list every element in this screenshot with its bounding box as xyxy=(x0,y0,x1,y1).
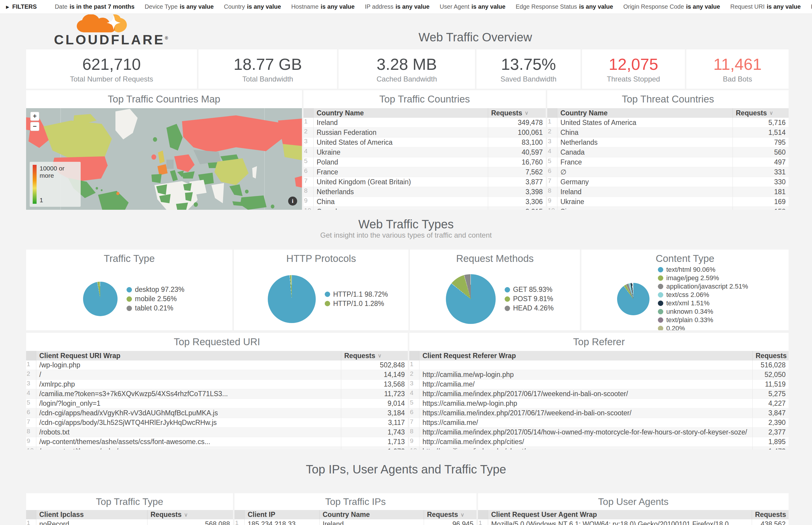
table-cell[interactable]: 40,597 xyxy=(488,147,546,157)
table-cell[interactable]: Germany xyxy=(558,177,733,187)
table-cell[interactable] xyxy=(419,360,752,370)
stat-bad-bots[interactable]: 11,461 Bad Bots xyxy=(686,49,788,89)
table-cell[interactable]: https://camilia.me/wp-login.php xyxy=(419,399,752,408)
table-cell[interactable]: /login/?login_only=1 xyxy=(36,399,341,408)
column-header-country[interactable]: Country Name xyxy=(319,510,424,519)
table-cell[interactable]: 5,716 xyxy=(733,118,788,127)
table-cell[interactable]: https://camilia.me/index.php/2017/06/17/… xyxy=(419,408,752,418)
table-cell[interactable]: /cdn-cgi/apps/body/3Lh52SjWTQ4HRlErJykHq… xyxy=(36,418,341,427)
table-cell[interactable]: 1,514 xyxy=(733,127,788,137)
table-cell[interactable]: /robots.txt xyxy=(36,427,341,437)
table-cell[interactable]: 2,390 xyxy=(752,418,788,427)
table-cell[interactable]: 4,227 xyxy=(752,399,788,408)
table-cell[interactable]: 185.234.218.33 xyxy=(245,519,319,525)
table-cell[interactable]: http://camilia.me/wp-login.php xyxy=(419,370,752,379)
filter-item-ip-address[interactable]: IP addressis any value xyxy=(365,3,430,10)
legend-item[interactable]: application/javascript 2.51% xyxy=(658,283,748,290)
legend-item[interactable]: text/plain 0.33% xyxy=(658,316,748,324)
table-cell[interactable]: Ukraine xyxy=(314,147,488,157)
table-cell[interactable]: http://camilia.me/index.php/about/ xyxy=(419,447,752,449)
table-cell[interactable]: Singapore xyxy=(558,207,733,210)
filter-item-request-uri[interactable]: Request URIis any value xyxy=(730,3,801,10)
table-cell[interactable]: France xyxy=(558,157,733,167)
table-cell[interactable]: 330 xyxy=(733,177,788,187)
table-cell[interactable]: Ukraine xyxy=(558,197,733,207)
map-zoom-out-button[interactable]: − xyxy=(30,122,39,131)
table-cell[interactable]: http://camilia.me/index.php/2017/05/14/h… xyxy=(419,427,752,437)
table-cell[interactable]: 1,743 xyxy=(341,427,408,437)
table-cell[interactable]: http://camilia.me/ xyxy=(419,380,752,389)
table-cell[interactable]: China xyxy=(558,127,733,137)
table-cell[interactable]: http://camilia.me/index.php/cities/ xyxy=(419,437,752,447)
table-cell[interactable]: 11,723 xyxy=(341,389,408,399)
table-cell[interactable]: 2,377 xyxy=(752,427,788,437)
legend-item[interactable]: text/xml 1.51% xyxy=(658,299,748,307)
table-cell[interactable]: 3,306 xyxy=(488,197,546,207)
column-header-requests[interactable]: Requests∨ xyxy=(147,510,233,519)
table-cell[interactable]: http://camilia.me/index.php/2017/06/17/w… xyxy=(419,389,752,399)
legend-item[interactable]: HTTP/1.1 98.72% xyxy=(325,290,388,298)
filter-item-hostname[interactable]: Hostnameis any value xyxy=(291,3,355,10)
legend-item[interactable]: 0.20% xyxy=(658,325,748,331)
filter-item-rayid[interactable]: RayIDis any value xyxy=(811,3,812,10)
column-header-requests[interactable]: Requests∨ xyxy=(424,510,476,519)
legend-item[interactable]: image/jpeg 2.59% xyxy=(658,274,748,282)
table-cell[interactable]: ∅ xyxy=(558,167,733,177)
table-cell[interactable]: 158 xyxy=(733,207,788,210)
stat-total-requests[interactable]: 621,710 Total Number of Requests xyxy=(26,49,197,89)
column-header-requests[interactable]: Requests∨ xyxy=(488,108,546,118)
table-cell[interactable]: United Kingdom (Great Britain) xyxy=(314,177,488,187)
table-cell[interactable]: 7,562 xyxy=(488,167,546,177)
filter-item-device-type[interactable]: Device Typeis any value xyxy=(145,3,214,10)
table-cell[interactable]: 438,562 xyxy=(752,519,788,525)
column-header-user-agent[interactable]: Client Request User Agent Wrap xyxy=(488,510,752,519)
table-cell[interactable]: 5,275 xyxy=(752,389,788,399)
table-cell[interactable]: 3,877 xyxy=(488,177,546,187)
table-cell[interactable]: Poland xyxy=(314,157,488,167)
map-info-button[interactable]: i xyxy=(288,197,297,206)
table-cell[interactable]: /wp-content/themes/ashe/assets/css/font-… xyxy=(36,437,341,447)
stat-cached-bandwidth[interactable]: 3.28 MB Cached Bandwidth xyxy=(339,49,475,89)
filter-item-country[interactable]: Countryis any value xyxy=(224,3,281,10)
legend-item[interactable]: text/css 2.06% xyxy=(658,291,748,299)
table-cell[interactable]: /cdn-cgi/apps/head/xVgyKhR-vV3dAUGhMqfBc… xyxy=(36,408,341,418)
table-cell[interactable]: 3,847 xyxy=(752,408,788,418)
table-cell[interactable]: 568,088 xyxy=(147,519,233,525)
table-cell[interactable]: Mozilla/5.0 (Windows NT 6.1; WOW64; rv:1… xyxy=(488,519,752,525)
table-cell[interactable]: 9,014 xyxy=(341,399,408,408)
table-cell[interactable]: 3,117 xyxy=(341,418,408,427)
table-cell[interactable]: 560 xyxy=(733,147,788,157)
table-cell[interactable]: 3,398 xyxy=(488,187,546,197)
table-cell[interactable]: / xyxy=(36,370,341,379)
filter-item-date[interactable]: Dateis in the past 7 months xyxy=(55,3,135,10)
table-cell[interactable]: 516,028 xyxy=(752,360,788,370)
legend-item[interactable]: GET 85.93% xyxy=(505,286,554,294)
stat-threats-stopped[interactable]: 12,075 Threats Stopped xyxy=(582,49,685,89)
table-cell[interactable]: 11,519 xyxy=(752,380,788,389)
table-cell[interactable]: Canada xyxy=(558,147,733,157)
table-cell[interactable]: United States of America xyxy=(558,118,733,127)
http-protocols-pie-chart[interactable] xyxy=(268,275,316,323)
filter-item-origin-response-code[interactable]: Origin Response Codeis any value xyxy=(623,3,720,10)
table-cell[interactable]: Russian Federation xyxy=(314,127,488,137)
column-header-requests[interactable]: Requests∨ xyxy=(733,108,788,118)
table-cell[interactable]: Netherlands xyxy=(314,187,488,197)
column-header-uri[interactable]: Client Request URI Wrap xyxy=(36,351,341,360)
table-cell[interactable]: 52,050 xyxy=(752,370,788,379)
table-cell[interactable]: 96,945 xyxy=(424,519,476,525)
request-methods-pie-chart[interactable] xyxy=(446,274,496,324)
table-cell[interactable]: 16,760 xyxy=(488,157,546,167)
table-cell[interactable]: https://camilia.me/ xyxy=(419,418,752,427)
table-cell[interactable]: 502,848 xyxy=(341,360,408,370)
table-cell[interactable]: Canada xyxy=(314,207,488,210)
table-cell[interactable]: 795 xyxy=(733,137,788,147)
table-cell[interactable]: 497 xyxy=(733,157,788,167)
column-header-client-ip[interactable]: Client IP xyxy=(245,510,319,519)
table-cell[interactable]: 1,473 xyxy=(752,447,788,449)
filters-toggle[interactable]: ▶ FILTERS xyxy=(6,3,37,10)
table-cell[interactable]: 1,713 xyxy=(341,437,408,447)
table-cell[interactable]: /xmlrpc.php xyxy=(36,380,341,389)
table-cell[interactable]: noRecord xyxy=(36,519,147,525)
table-cell[interactable]: 349,478 xyxy=(488,118,546,127)
table-cell[interactable]: /camilia.me?token=s3+7k6XQvKwzp5/4XSs4rh… xyxy=(36,389,341,399)
